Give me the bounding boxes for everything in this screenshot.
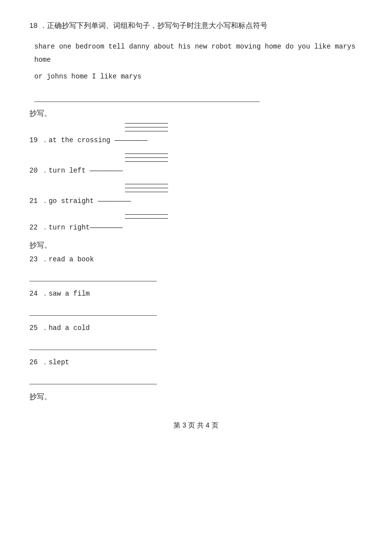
question-18-header: 18 ．正确抄写下列单词、词组和句子，抄写句子时注意大小写和标点符号 xyxy=(29,20,363,31)
direction-label-row-22: 22 ．turn right———————— xyxy=(29,223,363,232)
write-line-18 xyxy=(34,88,260,102)
line-20-1 xyxy=(125,153,168,154)
direction-lines-19 xyxy=(125,123,363,135)
direction-label-row-20: 20 ．turn left ———————— xyxy=(29,166,363,175)
write-line-25 xyxy=(29,338,157,350)
question-18-number: 18 xyxy=(29,21,38,29)
line-20-3 xyxy=(125,161,168,162)
direction-lines-20 xyxy=(125,153,363,165)
item-25: 25 ．had a cold xyxy=(29,324,363,350)
write-line-24 xyxy=(29,304,157,316)
write-line-23 xyxy=(29,270,157,281)
line-21-3 xyxy=(125,192,168,192)
direction-label-row-19: 19 ．at the crossing ———————— xyxy=(29,136,363,145)
copy-label-3: 抄写。 xyxy=(29,392,363,402)
direction-section: 19 ．at the crossing ———————— 20 ．turn le… xyxy=(29,123,363,232)
line-19-3 xyxy=(125,131,168,131)
item-25-label: 25 ．had a cold xyxy=(29,324,363,332)
item-23-label: 23 ．read a book xyxy=(29,255,363,264)
item-26: 26 ．slept xyxy=(29,358,363,384)
direction-text-22: 22 ．turn right———————— xyxy=(29,223,122,232)
word-list-line1: share one bedroom tell danny about his n… xyxy=(29,40,363,66)
line-21-1 xyxy=(125,184,168,184)
word-list-line2: or johns home I like marys xyxy=(29,70,363,83)
direction-item-22: 22 ．turn right———————— xyxy=(29,214,363,232)
line-22-1 xyxy=(125,214,168,215)
direction-text-19: 19 ．at the crossing ———————— xyxy=(29,136,147,145)
direction-lines-22 xyxy=(125,214,363,222)
item-26-label: 26 ．slept xyxy=(29,358,363,367)
write-line-26 xyxy=(29,373,157,384)
line-20-2 xyxy=(125,157,168,158)
direction-item-21: 21 ．go straight ———————— xyxy=(29,184,363,205)
line-19-2 xyxy=(125,127,168,127)
line-21-2 xyxy=(125,188,168,188)
item-23: 23 ．read a book xyxy=(29,255,363,281)
page-footer: 第 3 页 共 4 页 xyxy=(29,416,363,430)
direction-text-21: 21 ．go straight ———————— xyxy=(29,197,131,205)
footer-text: 第 3 页 共 4 页 xyxy=(173,421,218,429)
line-19-1 xyxy=(125,123,168,124)
items-23-26-section: 23 ．read a book 24 ．saw a film 25 ．had a… xyxy=(29,255,363,384)
item-24: 24 ．saw a film xyxy=(29,289,363,316)
item-24-label: 24 ．saw a film xyxy=(29,289,363,298)
line-22-2 xyxy=(125,218,168,219)
direction-text-20: 20 ．turn left ———————— xyxy=(29,166,122,175)
direction-item-19: 19 ．at the crossing ———————— xyxy=(29,123,363,145)
direction-lines-21 xyxy=(125,184,363,196)
question-18-instruction: ．正确抄写下列单词、词组和句子，抄写句子时注意大小写和标点符号 xyxy=(40,21,268,29)
copy-label-1: 抄写。 xyxy=(29,109,363,118)
direction-item-20: 20 ．turn left ———————— xyxy=(29,153,363,175)
direction-label-row-21: 21 ．go straight ———————— xyxy=(29,197,363,205)
copy-label-2: 抄写。 xyxy=(29,241,363,250)
